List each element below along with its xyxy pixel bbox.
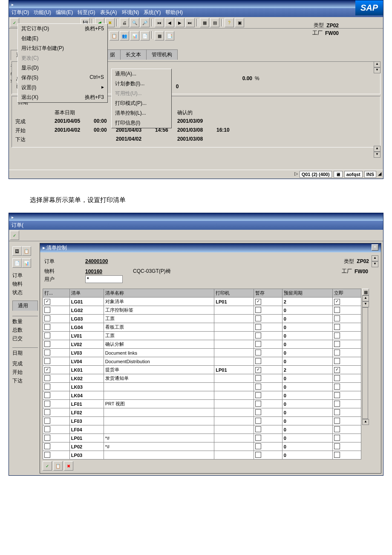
- checkbox[interactable]: [44, 435, 50, 441]
- lefttb1-icon[interactable]: 🖼: [12, 246, 22, 256]
- checkbox[interactable]: [255, 401, 261, 407]
- scroll-up-icon[interactable]: ▲: [374, 61, 380, 67]
- checkbox[interactable]: [255, 384, 261, 390]
- cell-print[interactable]: [43, 315, 70, 323]
- checkbox[interactable]: ✓: [44, 367, 50, 373]
- checkbox[interactable]: [255, 452, 261, 458]
- new-icon[interactable]: 📋: [53, 461, 63, 471]
- p-scroll-up-icon[interactable]: ▲: [372, 255, 378, 261]
- menu-item[interactable]: 创建(E): [18, 34, 107, 43]
- cell-print[interactable]: [43, 349, 70, 357]
- cell-now[interactable]: [332, 425, 361, 434]
- checkbox[interactable]: [255, 324, 261, 330]
- cell-print[interactable]: [43, 332, 70, 340]
- find-icon[interactable]: 🔍: [130, 18, 139, 27]
- cancel-icon[interactable]: ✖: [64, 461, 73, 471]
- checkbox[interactable]: [334, 358, 340, 364]
- menu-env[interactable]: 环境(N): [122, 9, 139, 15]
- nav-icon[interactable]: ▷: [294, 171, 298, 178]
- cell-now[interactable]: [332, 332, 361, 340]
- cell-print[interactable]: [43, 374, 70, 383]
- cell-now[interactable]: [332, 357, 361, 366]
- p-user-input[interactable]: [85, 275, 123, 283]
- checkbox[interactable]: [255, 392, 261, 398]
- checkbox[interactable]: [255, 418, 261, 424]
- shortcut-icon[interactable]: ▤: [210, 18, 219, 27]
- cell-print[interactable]: [43, 400, 70, 408]
- cell-temp[interactable]: [254, 442, 282, 451]
- cell-temp[interactable]: ✓: [254, 366, 282, 374]
- col-header[interactable]: 预留周期: [282, 289, 332, 298]
- scroll-down2-icon[interactable]: ▼: [374, 152, 380, 158]
- menu-header[interactable]: 表头(A): [100, 9, 117, 15]
- tb-icon-5[interactable]: ▦: [155, 31, 164, 40]
- cell-temp[interactable]: [254, 383, 282, 391]
- checkbox[interactable]: [255, 426, 261, 432]
- col-header[interactable]: 打...: [43, 289, 70, 298]
- submenu-item[interactable]: 清单控制(L)...: [112, 108, 171, 118]
- cell-print[interactable]: [43, 408, 70, 417]
- lefttb2-icon[interactable]: 📋: [22, 246, 31, 256]
- cell-now[interactable]: [332, 383, 361, 391]
- col-header[interactable]: 立即: [332, 289, 361, 298]
- cell-now[interactable]: [332, 442, 361, 451]
- p-scroll-down-icon[interactable]: ▼: [372, 261, 378, 267]
- checkbox[interactable]: [255, 358, 261, 364]
- p-mat-val[interactable]: 100160: [85, 269, 102, 275]
- checkbox[interactable]: [334, 418, 340, 424]
- cell-print[interactable]: ✓: [43, 298, 70, 306]
- menu-sys[interactable]: 系统(Y): [144, 9, 161, 15]
- submenu-item[interactable]: 打印信息(I): [112, 118, 171, 128]
- cell-temp[interactable]: [254, 340, 282, 349]
- menu-item[interactable]: 退出(X)换档+F3: [18, 92, 107, 102]
- checkbox[interactable]: [44, 392, 50, 398]
- submenu-item[interactable]: 打印模式(P)...: [112, 98, 171, 108]
- cell-print[interactable]: [43, 323, 70, 332]
- cell-print[interactable]: [43, 391, 70, 400]
- checkbox[interactable]: [44, 409, 50, 415]
- menu-goto[interactable]: 转至(G): [78, 9, 95, 15]
- cell-now[interactable]: [332, 349, 361, 357]
- cell-print[interactable]: [43, 306, 70, 315]
- help-icon[interactable]: ?: [225, 18, 234, 27]
- menu-item[interactable]: 显示(D): [18, 63, 107, 73]
- cell-print[interactable]: [43, 451, 70, 460]
- cell-now[interactable]: [332, 374, 361, 383]
- checkbox[interactable]: [334, 375, 340, 381]
- lefttb3-icon[interactable]: 📄: [12, 258, 22, 268]
- cell-now[interactable]: ✓: [332, 298, 361, 306]
- checkbox[interactable]: [334, 350, 340, 356]
- cell-print[interactable]: ✓: [43, 366, 70, 374]
- cell-temp[interactable]: [254, 323, 282, 332]
- cell-temp[interactable]: [254, 425, 282, 434]
- cell-print[interactable]: [43, 434, 70, 442]
- menu-edit[interactable]: 编辑(E): [56, 9, 73, 15]
- cell-temp[interactable]: [254, 332, 282, 340]
- cell-temp[interactable]: [254, 451, 282, 460]
- checkbox[interactable]: ✓: [255, 299, 261, 305]
- checkbox[interactable]: [44, 452, 50, 458]
- cell-print[interactable]: [43, 340, 70, 349]
- checkbox[interactable]: [255, 435, 261, 441]
- menu-item[interactable]: 其它订单(O)换档+F5: [18, 24, 107, 34]
- tab-5[interactable]: 长文本: [120, 49, 147, 60]
- accept-icon[interactable]: ✓: [43, 461, 52, 471]
- checkbox[interactable]: [334, 392, 340, 398]
- cell-print[interactable]: [43, 442, 70, 451]
- cell-now[interactable]: [332, 323, 361, 332]
- checkbox[interactable]: [44, 426, 50, 432]
- cell-temp[interactable]: [254, 349, 282, 357]
- checkbox[interactable]: [334, 426, 340, 432]
- cell-now[interactable]: [332, 434, 361, 442]
- checkbox[interactable]: [255, 315, 261, 321]
- t-scroll-up2-icon[interactable]: ▲: [362, 419, 369, 425]
- checkbox[interactable]: [255, 332, 261, 338]
- cell-temp[interactable]: [254, 400, 282, 408]
- checkbox[interactable]: ✓: [334, 367, 340, 373]
- cell-print[interactable]: [43, 383, 70, 391]
- checkbox[interactable]: [334, 307, 340, 313]
- submenu-item[interactable]: 计划参数(I)...: [112, 79, 171, 89]
- first-icon[interactable]: ⏮: [155, 18, 164, 27]
- tb-icon-1[interactable]: 📋: [110, 31, 119, 40]
- checkbox[interactable]: [44, 358, 50, 364]
